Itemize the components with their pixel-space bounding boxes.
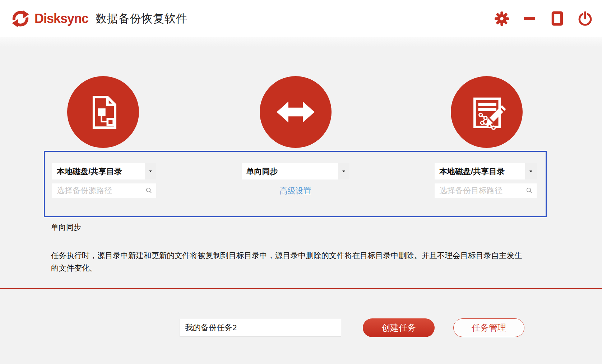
- task-management-button[interactable]: 任务管理: [453, 318, 524, 337]
- search-icon: [145, 187, 152, 195]
- minimize-icon[interactable]: [522, 11, 537, 26]
- source-type-select[interactable]: 本地磁盘/共享目录: [52, 163, 156, 179]
- app-title: 数据备份恢复软件: [96, 11, 187, 26]
- sync-logo-icon: [11, 9, 30, 28]
- target-path-browse-button[interactable]: [524, 187, 537, 195]
- settings-gear-icon[interactable]: [494, 11, 509, 26]
- sync-mode-column: 单向同步 高级设置: [242, 163, 349, 198]
- target-path-field: [435, 183, 537, 198]
- target-column: 本地磁盘/共享目录: [435, 163, 537, 198]
- create-task-button[interactable]: 创建任务: [363, 318, 435, 337]
- task-actions-row: 创建任务 任务管理: [180, 318, 602, 337]
- brand-name: Disksync: [34, 11, 88, 26]
- source-path-browse-button[interactable]: [144, 187, 156, 195]
- red-divider: [0, 288, 602, 289]
- chevron-down-icon: [342, 171, 345, 172]
- chevron-down-icon: [149, 171, 152, 172]
- backup-target-circle: [451, 76, 523, 148]
- source-path-input[interactable]: [52, 186, 144, 195]
- selected-mode-label: 单向同步: [51, 222, 547, 232]
- source-column-icon-cell: [51, 76, 155, 148]
- chevron-down-icon: [529, 171, 532, 172]
- task-name-input[interactable]: [180, 319, 341, 337]
- source-flowchart-document-icon: [83, 92, 123, 132]
- source-type-dropdown-button[interactable]: [145, 163, 156, 179]
- sync-mode-selected-value: 单向同步: [242, 166, 338, 177]
- maximize-icon[interactable]: [550, 11, 565, 26]
- title-bar: Disksync 数据备份恢复软件: [0, 0, 602, 37]
- double-arrow-icon: [275, 92, 316, 132]
- power-icon[interactable]: [578, 11, 593, 26]
- target-type-selected-value: 本地磁盘/共享目录: [435, 166, 525, 177]
- source-column: 本地磁盘/共享目录: [52, 163, 156, 198]
- app-window: Disksync 数据备份恢复软件: [0, 0, 602, 364]
- main-area: 本地磁盘/共享目录: [0, 37, 602, 364]
- mode-description-text: 任务执行时，源目录中新建和更新的文件将被复制到目标目录中，源目录中删除的文件将在…: [51, 249, 522, 275]
- sync-column-icon-cell: [242, 76, 349, 148]
- source-type-selected-value: 本地磁盘/共享目录: [52, 166, 145, 177]
- sync-mode-dropdown-button[interactable]: [338, 163, 349, 179]
- step-icons-row: [44, 37, 547, 148]
- sync-mode-circle: [260, 76, 332, 148]
- target-type-dropdown-button[interactable]: [525, 163, 537, 179]
- source-path-field: [52, 183, 156, 198]
- sync-mode-select[interactable]: 单向同步: [242, 163, 349, 179]
- advanced-settings-link[interactable]: 高级设置: [242, 186, 349, 196]
- target-path-input[interactable]: [435, 186, 524, 195]
- target-column-icon-cell: [436, 76, 538, 148]
- target-type-select[interactable]: 本地磁盘/共享目录: [435, 163, 537, 179]
- task-config-panel: 本地磁盘/共享目录: [44, 151, 547, 217]
- backup-source-circle: [67, 76, 139, 148]
- target-edit-document-icon: [467, 92, 507, 132]
- search-icon: [526, 187, 532, 195]
